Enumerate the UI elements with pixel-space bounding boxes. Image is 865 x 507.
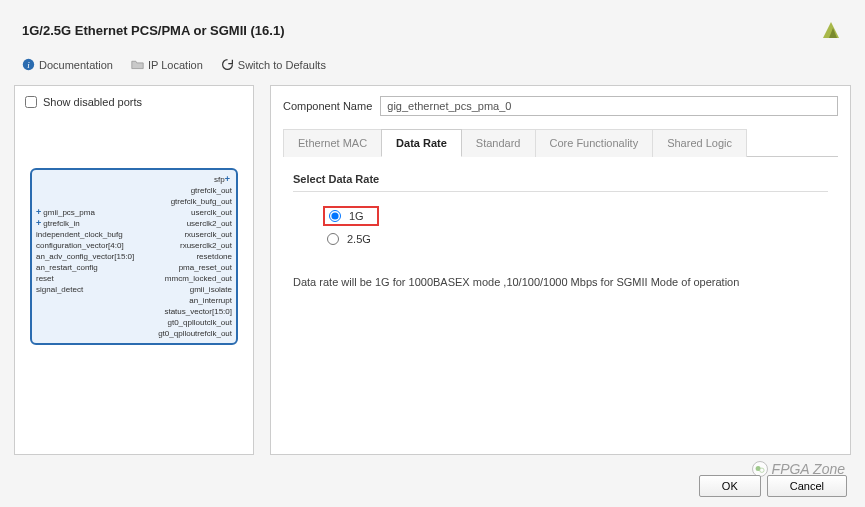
port-output-label: rxuserclk_out [184, 229, 232, 240]
page-title: 1G/2.5G Ethernet PCS/PMA or SGMII (16.1) [22, 23, 284, 38]
vendor-logo [819, 18, 843, 42]
section-title: Select Data Rate [293, 173, 828, 185]
ok-button[interactable]: OK [699, 475, 761, 497]
block-row: gtrefclk_bufg_out [32, 196, 236, 207]
tab-data-rate-body: Select Data Rate 1G2.5G Data rate will b… [271, 157, 850, 454]
tab-ethernet-mac[interactable]: Ethernet MAC [283, 129, 382, 157]
data-rate-label: 1G [349, 210, 364, 222]
tab-data-rate[interactable]: Data Rate [381, 129, 462, 157]
port-input-label: an_adv_config_vector[15:0] [36, 251, 134, 262]
section-divider [293, 191, 828, 192]
ip-location-link[interactable]: IP Location [131, 58, 203, 71]
data-rate-radio[interactable] [327, 233, 339, 245]
block-row: resetmmcm_locked_out [32, 273, 236, 284]
block-row: +gmii_pcs_pmauserclk_out [32, 207, 236, 218]
port-output-label: sfp [214, 174, 225, 185]
data-rate-label: 2.5G [347, 233, 371, 245]
port-output-label: mmcm_locked_out [165, 273, 232, 284]
block-row: +gtrefclk_inuserclk2_out [32, 218, 236, 229]
data-rate-option-25g[interactable]: 2.5G [323, 230, 828, 248]
cancel-button[interactable]: Cancel [767, 475, 847, 497]
block-row: status_vector[15:0] [32, 306, 236, 317]
component-name-row: Component Name [271, 86, 850, 128]
block-row: sfp + [32, 174, 236, 185]
dialog-footer: OK Cancel [699, 475, 847, 497]
switch-defaults-label: Switch to Defaults [238, 59, 326, 71]
folder-icon [131, 58, 144, 71]
port-output-label: gtrefclk_out [191, 185, 232, 196]
documentation-link[interactable]: i Documentation [22, 58, 113, 71]
main-area: Show disabled ports sfp +gtrefclk_outgtr… [0, 85, 865, 455]
ip-location-label: IP Location [148, 59, 203, 71]
port-input-label: signal_detect [36, 284, 83, 295]
show-disabled-label: Show disabled ports [43, 96, 142, 108]
block-row: independent_clock_bufgrxuserclk_out [32, 229, 236, 240]
port-output-label: an_interrupt [189, 295, 232, 306]
show-disabled-checkbox[interactable]: Show disabled ports [25, 96, 243, 108]
port-input-label: gtrefclk_in [43, 218, 79, 229]
show-disabled-input[interactable] [25, 96, 37, 108]
block-row: an_restart_configpma_reset_out [32, 262, 236, 273]
svg-point-2 [755, 466, 760, 471]
block-row: an_adv_config_vector[15:0]resetdone [32, 251, 236, 262]
tab-standard[interactable]: Standard [461, 129, 536, 157]
header: 1G/2.5G Ethernet PCS/PMA or SGMII (16.1) [0, 0, 865, 52]
port-output-label: resetdone [196, 251, 232, 262]
ports-panel: Show disabled ports sfp +gtrefclk_outgtr… [14, 85, 254, 455]
port-output-label: userclk_out [191, 207, 232, 218]
tab-core-functionality[interactable]: Core Functionality [535, 129, 654, 157]
refresh-icon [221, 58, 234, 71]
component-name-input[interactable] [380, 96, 838, 116]
component-name-label: Component Name [283, 100, 372, 112]
data-rate-option-1g[interactable]: 1G [323, 206, 379, 226]
port-output-label: gt0_qplloutrefclk_out [158, 328, 232, 339]
data-rate-radio-group: 1G2.5G [323, 206, 828, 248]
port-input-label: configuration_vector[4:0] [36, 240, 124, 251]
config-panel: Component Name Ethernet MACData RateStan… [270, 85, 851, 455]
port-output-label: gtrefclk_bufg_out [171, 196, 232, 207]
data-rate-description: Data rate will be 1G for 1000BASEX mode … [293, 276, 828, 288]
svg-point-3 [759, 468, 763, 472]
tab-shared-logic[interactable]: Shared Logic [652, 129, 747, 157]
port-output-label: rxuserclk2_out [180, 240, 232, 251]
documentation-label: Documentation [39, 59, 113, 71]
port-input-label: reset [36, 273, 54, 284]
block-row: an_interrupt [32, 295, 236, 306]
switch-defaults-link[interactable]: Switch to Defaults [221, 58, 326, 71]
block-row: configuration_vector[4:0]rxuserclk2_out [32, 240, 236, 251]
port-output-label: userclk2_out [187, 218, 232, 229]
port-input-label: gmii_pcs_pma [43, 207, 95, 218]
block-row: gt0_qplloutclk_out [32, 317, 236, 328]
info-icon: i [22, 58, 35, 71]
tab-bar: Ethernet MACData RateStandardCore Functi… [283, 128, 838, 157]
block-row: signal_detectgmii_isolate [32, 284, 236, 295]
toolbar: i Documentation IP Location Switch to De… [0, 52, 865, 85]
data-rate-radio[interactable] [329, 210, 341, 222]
block-row: gt0_qplloutrefclk_out [32, 328, 236, 339]
port-output-label: status_vector[15:0] [164, 306, 232, 317]
port-input-label: an_restart_config [36, 262, 98, 273]
ip-block-diagram: sfp +gtrefclk_outgtrefclk_bufg_out+gmii_… [30, 168, 238, 345]
port-output-label: gmii_isolate [190, 284, 232, 295]
port-output-label: pma_reset_out [179, 262, 232, 273]
block-row: gtrefclk_out [32, 185, 236, 196]
port-input-label: independent_clock_bufg [36, 229, 123, 240]
port-output-label: gt0_qplloutclk_out [168, 317, 233, 328]
